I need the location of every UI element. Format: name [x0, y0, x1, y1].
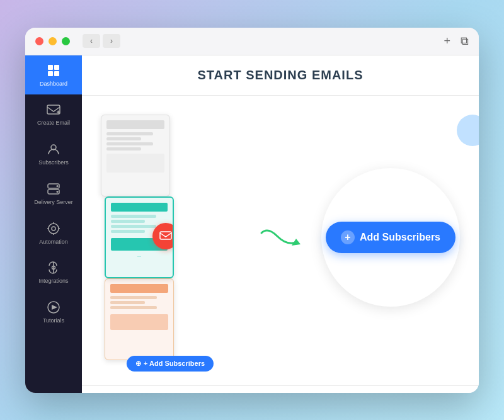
- title-bar-right: + ⧉: [444, 35, 469, 48]
- svg-point-10: [57, 185, 59, 187]
- white-circle: + Add Subscribers: [321, 168, 460, 307]
- svg-rect-3: [54, 71, 59, 76]
- sidebar-item-create-email[interactable]: Create Email: [25, 94, 82, 134]
- svg-rect-0: [48, 65, 53, 70]
- sidebar-item-delivery-server[interactable]: Delivery Server: [25, 174, 82, 213]
- svg-point-12: [49, 224, 59, 234]
- title-bar: ‹ › + ⧉: [25, 28, 479, 55]
- automation-icon: [46, 221, 61, 236]
- subscribers-icon: [46, 142, 61, 157]
- create-email-icon: [46, 102, 61, 117]
- tutorials-icon: [46, 300, 61, 315]
- page-header: START SENDING EMAILS: [82, 55, 479, 96]
- browser-window: ‹ › + ⧉ Dashboard: [25, 28, 479, 393]
- template-card-teal: ...: [105, 196, 174, 278]
- template-card-gray: [101, 115, 170, 196]
- traffic-lights: [35, 37, 70, 45]
- add-subscribers-big-button[interactable]: + Add Subscribers: [326, 222, 455, 253]
- sidebar-item-dashboard[interactable]: Dashboard: [25, 55, 82, 95]
- big-cta-area: + Add Subscribers: [321, 168, 460, 307]
- sidebar-item-automation[interactable]: Automation: [25, 213, 82, 253]
- integrations-label: Integrations: [38, 278, 68, 285]
- add-subscribers-small-label: + Add Subscribers: [144, 360, 205, 367]
- hero-section: ...: [82, 96, 479, 386]
- dashboard-icon: [46, 63, 61, 78]
- main-layout: Dashboard Create Email: [25, 55, 479, 393]
- template-card-peach: [105, 278, 174, 360]
- arrow-container: [255, 220, 306, 261]
- delivery-server-label: Delivery Server: [34, 199, 73, 206]
- integrations-icon: [46, 260, 61, 275]
- below-hero: CREATE EMAIL: [82, 386, 479, 393]
- sidebar: Dashboard Create Email: [25, 55, 82, 393]
- plus-icon-small: ⊕: [135, 360, 141, 368]
- automation-label: Automation: [39, 239, 68, 246]
- svg-marker-23: [292, 239, 301, 246]
- red-badge: [152, 223, 174, 249]
- copy-window-icon[interactable]: ⧉: [461, 35, 469, 48]
- delivery-server-icon: [46, 181, 61, 196]
- sidebar-item-subscribers[interactable]: Subscribers: [25, 134, 82, 174]
- minimize-button[interactable]: [49, 37, 57, 45]
- svg-point-11: [57, 191, 59, 193]
- page-title: START SENDING EMAILS: [94, 68, 466, 82]
- create-email-label: Create Email: [37, 120, 70, 127]
- svg-point-13: [52, 227, 55, 230]
- curved-arrow-svg: [255, 220, 306, 258]
- subscribers-label: Subscribers: [38, 159, 69, 166]
- svg-marker-21: [52, 305, 57, 310]
- content-area: START SENDING EMAILS: [82, 55, 479, 393]
- add-subscribers-small-button[interactable]: ⊕ + Add Subscribers: [127, 356, 214, 372]
- svg-rect-2: [48, 71, 53, 76]
- dashboard-label: Dashboard: [40, 81, 67, 88]
- maximize-button[interactable]: [62, 37, 70, 45]
- tutorials-label: Tutorials: [43, 317, 64, 324]
- back-button[interactable]: ‹: [83, 34, 100, 48]
- sidebar-item-tutorials[interactable]: Tutorials: [25, 292, 82, 332]
- template-cards-group: ...: [101, 115, 239, 360]
- sidebar-item-integrations[interactable]: Integrations: [25, 253, 82, 292]
- svg-rect-1: [54, 65, 59, 70]
- add-subscribers-big-label: Add Subscribers: [360, 232, 440, 243]
- decorative-circle: [457, 115, 479, 146]
- nav-buttons: ‹ ›: [83, 34, 120, 48]
- forward-button[interactable]: ›: [103, 34, 120, 48]
- close-button[interactable]: [35, 37, 43, 45]
- svg-rect-22: [160, 232, 171, 239]
- plus-circle-icon: +: [341, 230, 355, 244]
- add-tab-icon[interactable]: +: [444, 35, 450, 48]
